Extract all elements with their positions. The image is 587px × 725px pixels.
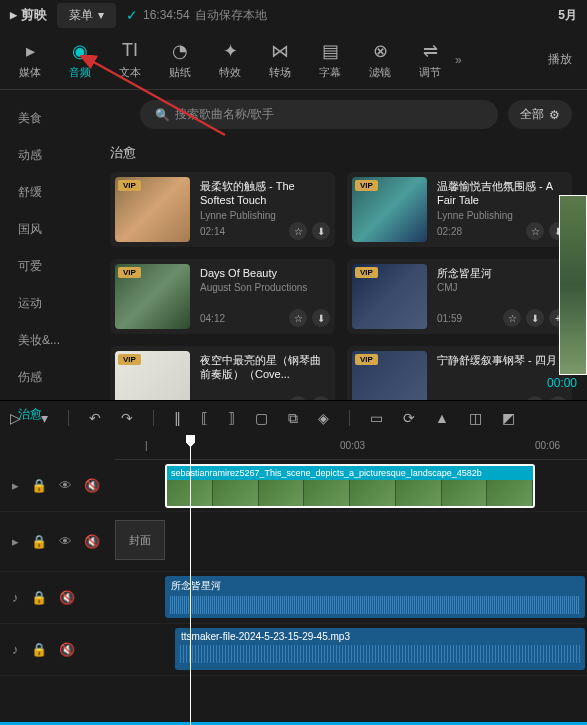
vip-badge: VIP	[355, 180, 378, 191]
audio-track-icon[interactable]: ♪	[12, 590, 19, 605]
mute-icon[interactable]: 🔇	[59, 590, 75, 605]
music-duration: 02:14	[200, 226, 225, 237]
favorite-button[interactable]: ☆	[289, 309, 307, 327]
sidebar-item-healing[interactable]: 治愈	[0, 396, 95, 433]
tool-adjust[interactable]: ⇌调节	[405, 35, 455, 85]
music-artist: Lynne Publishing	[437, 210, 567, 221]
sidebar-item-national[interactable]: 国风	[0, 211, 95, 248]
trim-left-tool[interactable]: ⟦	[201, 410, 208, 426]
sidebar-item-sad[interactable]: 伤感	[0, 359, 95, 396]
rotate-tool[interactable]: ⟳	[403, 410, 415, 426]
split-tool[interactable]: ‖	[174, 410, 181, 426]
tool-media[interactable]: ▸媒体	[5, 35, 55, 85]
sidebar-item-sport[interactable]: 运动	[0, 285, 95, 322]
track-toggle-icon[interactable]: ▸	[12, 478, 19, 493]
favorite-button[interactable]: ☆	[289, 222, 307, 240]
playhead-line[interactable]	[190, 435, 191, 725]
search-placeholder: 搜索歌曲名称/歌手	[175, 106, 274, 123]
preview-thumbnail[interactable]	[559, 195, 587, 375]
delete-tool[interactable]: ▢	[255, 410, 268, 426]
mute-icon[interactable]: 🔇	[59, 642, 75, 657]
search-input[interactable]: 🔍 搜索歌曲名称/歌手	[140, 100, 498, 129]
track-toggle-icon[interactable]: ▸	[12, 534, 19, 549]
crop-tool[interactable]: ◫	[469, 410, 482, 426]
eye-icon[interactable]: 👁	[59, 478, 72, 493]
music-card[interactable]: VIP 夜空中最亮的星（钢琴曲前奏版）（Cove... ☆ ⬇	[110, 346, 335, 400]
download-button[interactable]: ⬇	[312, 396, 330, 400]
sticker-icon: ◔	[172, 40, 188, 62]
audio-clip-1[interactable]: 所念皆星河	[165, 576, 585, 618]
download-button[interactable]: ⬇	[312, 222, 330, 240]
redo-button[interactable]: ↷	[121, 410, 133, 426]
filter-icon: ⚙	[549, 108, 560, 122]
copy-tool[interactable]: ⧉	[288, 410, 298, 427]
favorite-button[interactable]: ☆	[526, 222, 544, 240]
eye-icon[interactable]: 👁	[59, 534, 72, 549]
flip-tool[interactable]: ▲	[435, 410, 449, 426]
music-artist: CMJ	[437, 282, 567, 293]
preview-label: 播放	[538, 51, 582, 68]
music-card[interactable]: VIP Days Of Beauty August Son Production…	[110, 259, 335, 334]
tool-sticker[interactable]: ◔贴纸	[155, 35, 205, 85]
vip-badge: VIP	[118, 180, 141, 191]
download-button[interactable]: ⬇	[549, 396, 567, 400]
cover-box[interactable]: 封面	[115, 520, 165, 560]
music-thumbnail: VIP	[115, 264, 190, 329]
music-card[interactable]: VIP 宁静舒缓叙事钢琴 - 四月 ☆ ⬇	[347, 346, 572, 400]
music-title: 夜空中最亮的星（钢琴曲前奏版）（Cove...	[200, 353, 330, 382]
video-clip[interactable]: sebastianramirez5267_This_scene_depicts_…	[165, 464, 535, 508]
autosave-status: ✓ 16:34:54 自动保存本地	[126, 7, 267, 24]
toolbar-more-icon[interactable]: »	[455, 53, 462, 67]
download-button[interactable]: ⬇	[526, 309, 544, 327]
lock-icon[interactable]: 🔒	[31, 590, 47, 605]
sidebar-item-relax[interactable]: 舒缓	[0, 174, 95, 211]
tool-effects-label: 特效	[219, 65, 241, 80]
filter-button[interactable]: 全部 ⚙	[508, 100, 572, 129]
tool-audio[interactable]: ◉音频	[55, 35, 105, 85]
music-duration: 01:59	[437, 313, 462, 324]
mute-icon[interactable]: 🔇	[84, 534, 100, 549]
sidebar-item-dynamic[interactable]: 动感	[0, 137, 95, 174]
tool-subtitle[interactable]: ▤字幕	[305, 35, 355, 85]
audio-icon: ◉	[72, 40, 88, 62]
music-artist: Lynne Publishing	[200, 210, 330, 221]
mute-icon[interactable]: 🔇	[84, 478, 100, 493]
audio-clip-2[interactable]: ttsmaker-file-2024-5-23-15-29-45.mp3	[175, 628, 585, 670]
sidebar-item-cute[interactable]: 可爱	[0, 248, 95, 285]
audio-track-icon[interactable]: ♪	[12, 642, 19, 657]
trim-right-tool[interactable]: ⟧	[228, 410, 235, 426]
rect-tool[interactable]: ▭	[370, 410, 383, 426]
lock-icon[interactable]: 🔒	[31, 478, 47, 493]
chevron-down-icon: ▾	[98, 8, 104, 22]
tool-subtitle-label: 字幕	[319, 65, 341, 80]
favorite-button[interactable]: ☆	[289, 396, 307, 400]
music-thumbnail: VIP	[352, 177, 427, 242]
tool-filter[interactable]: ⊗滤镜	[355, 35, 405, 85]
vip-badge: VIP	[118, 354, 141, 365]
sidebar-item-beauty[interactable]: 美妆&...	[0, 322, 95, 359]
favorite-button[interactable]: ☆	[503, 309, 521, 327]
filter-icon: ⊗	[373, 40, 388, 62]
tool-effects[interactable]: ✦特效	[205, 35, 255, 85]
tool-transition[interactable]: ⋈转场	[255, 35, 305, 85]
download-button[interactable]: ⬇	[312, 309, 330, 327]
music-card[interactable]: VIP 温馨愉悦吉他氛围感 - A Fair Tale Lynne Publis…	[347, 172, 572, 247]
music-card[interactable]: VIP 所念皆星河 CMJ 01:59 ☆ ⬇ +	[347, 259, 572, 334]
favorite-button[interactable]: ☆	[526, 396, 544, 400]
mirror-tool[interactable]: ◈	[318, 410, 329, 426]
timecode: 00:00	[547, 376, 577, 390]
music-thumbnail: VIP	[352, 351, 427, 400]
menu-button[interactable]: 菜单 ▾	[57, 3, 116, 28]
lock-icon[interactable]: 🔒	[31, 534, 47, 549]
music-title: 宁静舒缓叙事钢琴 - 四月	[437, 353, 567, 367]
crop2-tool[interactable]: ◩	[502, 410, 515, 426]
lock-icon[interactable]: 🔒	[31, 642, 47, 657]
sidebar-item-food[interactable]: 美食	[0, 100, 95, 137]
sidebar: 美食 动感 舒缓 国风 可爱 运动 美妆&... 伤感 治愈	[0, 90, 95, 400]
time-ruler[interactable]: | 00:03 00:06	[115, 435, 587, 460]
music-card[interactable]: VIP 最柔软的触感 - The Softest Touch Lynne Pub…	[110, 172, 335, 247]
tool-sticker-label: 贴纸	[169, 65, 191, 80]
adjust-icon: ⇌	[423, 40, 438, 62]
search-icon: 🔍	[155, 108, 170, 122]
tool-text[interactable]: TI文本	[105, 35, 155, 85]
